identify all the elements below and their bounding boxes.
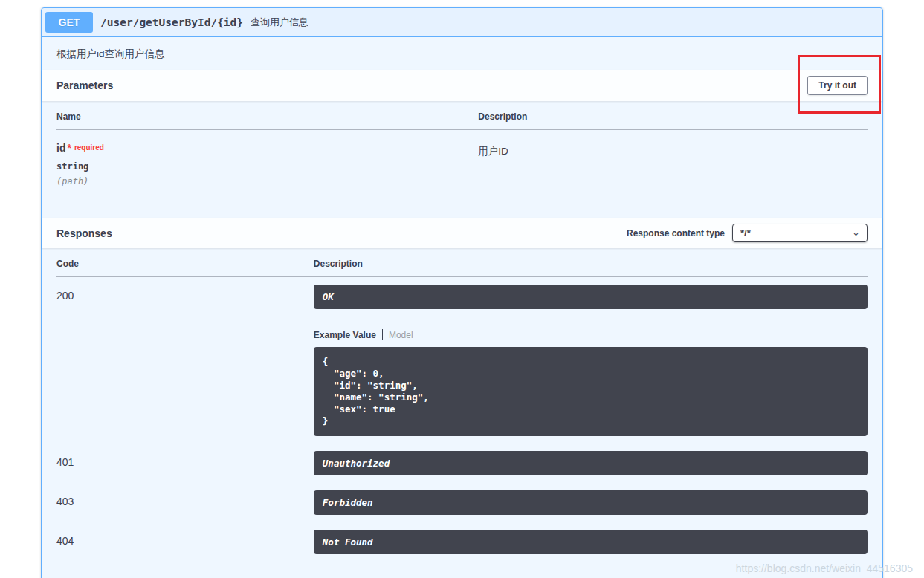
parameters-col-name: Name bbox=[56, 101, 478, 130]
responses-section-header: Responses Response content type */* ⌄ bbox=[42, 218, 882, 248]
response-row-404: 404 Not Found bbox=[56, 522, 868, 562]
responses-title: Responses bbox=[56, 227, 112, 239]
responses-table: Code Description 200 OK Example Value bbox=[56, 248, 868, 562]
parameters-col-description: Description bbox=[478, 101, 868, 130]
parameter-location: (path) bbox=[56, 176, 478, 186]
responses-col-description: Description bbox=[314, 248, 868, 277]
response-description-cell-403: Forbidden bbox=[314, 483, 868, 522]
operation-body: 根据用户id查询用户信息 Parameters Try it out Name … bbox=[42, 37, 882, 578]
parameter-type: string bbox=[56, 161, 478, 172]
response-code-401: 401 bbox=[56, 444, 314, 483]
responses-col-code: Code bbox=[56, 248, 314, 277]
response-content-type-select-wrap: */* ⌄ bbox=[732, 224, 868, 242]
parameters-title: Parameters bbox=[56, 79, 113, 91]
parameter-name-text: id bbox=[56, 142, 65, 154]
tab-example-value[interactable]: Example Value bbox=[314, 330, 376, 340]
response-content-type-select[interactable]: */* bbox=[732, 224, 868, 242]
opblock-get: GET /user/getUserById/{id} 查询用户信息 根据用户id… bbox=[41, 7, 883, 578]
tab-model[interactable]: Model bbox=[389, 330, 413, 340]
parameter-description-cell: 用户ID bbox=[478, 130, 868, 218]
operation-path: /user/getUserById/{id} bbox=[100, 16, 243, 28]
response-description-401: Unauthorized bbox=[314, 451, 868, 475]
response-content-type-label: Response content type bbox=[627, 228, 725, 238]
parameter-row: id*required string (path) 用户ID bbox=[56, 130, 868, 218]
response-row-401: 401 Unauthorized bbox=[56, 444, 868, 483]
response-content-type-wrap: Response content type */* ⌄ bbox=[627, 224, 868, 242]
response-description-403: Forbidden bbox=[314, 490, 868, 515]
operation-summary[interactable]: GET /user/getUserById/{id} 查询用户信息 bbox=[42, 8, 882, 37]
watermark: https://blog.csdn.net/weixin_44516305 bbox=[736, 562, 913, 574]
response-code-403: 403 bbox=[56, 483, 314, 522]
response-description-404: Not Found bbox=[314, 530, 868, 554]
response-description-cell-200: OK Example Value Model { "age": 0, "id":… bbox=[314, 277, 868, 444]
tab-divider bbox=[382, 329, 383, 340]
response-description-cell-401: Unauthorized bbox=[314, 444, 868, 483]
required-label: required bbox=[74, 143, 104, 152]
response-description-cell-404: Not Found bbox=[314, 522, 868, 562]
response-code-200: 200 bbox=[56, 277, 314, 444]
response-code-404: 404 bbox=[56, 522, 314, 562]
operation-description: 根据用户id查询用户信息 bbox=[42, 37, 882, 70]
example-value-code: { "age": 0, "id": "string", "name": "str… bbox=[314, 347, 868, 436]
page: GET /user/getUserById/{id} 查询用户信息 根据用户id… bbox=[0, 0, 924, 578]
parameters-section-header: Parameters Try it out bbox=[42, 70, 882, 101]
parameters-table: Name Description id*required string (pat… bbox=[56, 101, 868, 218]
response-row-200: 200 OK Example Value Model { "age": 0, "… bbox=[56, 277, 868, 444]
operation-summary-text: 查询用户信息 bbox=[251, 16, 308, 29]
parameter-name-cell: id*required string (path) bbox=[56, 130, 478, 218]
http-method-badge: GET bbox=[45, 12, 93, 33]
response-row-403: 403 Forbidden bbox=[56, 483, 868, 522]
required-star: * bbox=[67, 142, 71, 154]
try-it-out-button[interactable]: Try it out bbox=[807, 76, 868, 95]
response-description-200: OK bbox=[314, 285, 868, 309]
parameter-description: 用户ID bbox=[478, 142, 868, 158]
example-model-tabs: Example Value Model bbox=[314, 329, 868, 340]
parameter-name: id*required bbox=[56, 142, 478, 154]
